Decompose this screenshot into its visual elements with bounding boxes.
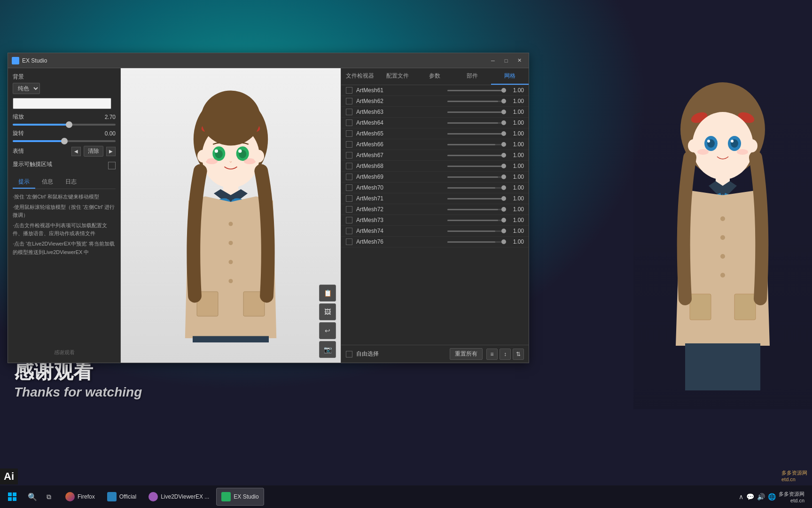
mesh-slider-thumb[interactable] [501, 120, 506, 125]
center-viewport[interactable]: 📋 🖼 ↩ 📷 [121, 68, 341, 363]
tab-config[interactable]: 配置文件 [379, 68, 416, 85]
minimize-button[interactable]: ─ [487, 56, 499, 65]
mesh-checkbox[interactable] [346, 130, 352, 137]
hint-content: ·按住 '左侧Ctrl' 和鼠标左键来移动模型 ·使用鼠标滚轮缩放模型（按住 '… [13, 193, 116, 343]
expression-prev-button[interactable]: ◀ [71, 147, 81, 156]
mesh-slider-fill [447, 122, 498, 124]
mesh-slider-thumb[interactable] [501, 196, 506, 201]
mesh-slider-thumb[interactable] [501, 218, 506, 222]
mesh-slider[interactable] [447, 133, 504, 135]
mesh-slider[interactable] [447, 122, 504, 124]
frame-button[interactable]: 🖼 [319, 303, 336, 320]
mesh-slider[interactable] [447, 187, 504, 189]
mesh-slider[interactable] [447, 166, 504, 167]
mesh-slider-fill [447, 166, 504, 167]
mesh-checkbox[interactable] [346, 217, 352, 223]
mesh-slider[interactable] [447, 241, 504, 243]
mesh-slider-thumb[interactable] [501, 99, 506, 103]
maximize-button[interactable]: □ [500, 56, 512, 65]
app-body: 背景 纯色 缩放 2.70 旋转 [8, 68, 529, 363]
color-preview[interactable] [13, 98, 111, 109]
mesh-checkbox[interactable] [346, 119, 352, 126]
taskbar-official[interactable]: Official [102, 488, 141, 506]
taskbar-taskview[interactable]: ⧉ [41, 488, 58, 506]
mesh-checkbox[interactable] [346, 206, 352, 213]
taskbar-live2d[interactable]: Live2DViewerEX ... [143, 488, 214, 506]
mesh-slider-thumb[interactable] [501, 229, 506, 233]
mesh-slider-thumb[interactable] [501, 207, 506, 212]
mesh-checkbox[interactable] [346, 238, 352, 245]
expression-clear-button[interactable]: 清除 [84, 146, 103, 157]
mesh-checkbox[interactable] [346, 98, 352, 104]
mesh-checkbox[interactable] [346, 195, 352, 202]
zoom-thumb[interactable] [66, 121, 72, 128]
mesh-slider-thumb[interactable] [501, 175, 506, 179]
tray-chat[interactable]: 💬 [746, 493, 754, 500]
viewport-background [121, 68, 341, 363]
tray-network[interactable]: 🌐 [768, 493, 776, 500]
start-button[interactable] [4, 488, 21, 505]
tab-mesh[interactable]: 网格 [491, 68, 529, 85]
mesh-slider[interactable] [447, 176, 504, 178]
mesh-checkbox[interactable] [346, 174, 352, 180]
rotation-slider[interactable] [13, 140, 116, 142]
tray-time[interactable]: 多多资源网 etd.cn [779, 491, 804, 503]
mesh-slider-thumb[interactable] [501, 239, 506, 244]
screenshot-button[interactable]: 📷 [319, 341, 336, 358]
mesh-slider[interactable] [447, 230, 504, 232]
zoom-label: 缩放 [13, 113, 24, 121]
mesh-slider[interactable] [447, 220, 504, 221]
rotation-thumb[interactable] [61, 138, 68, 144]
character-illustration [648, 73, 798, 393]
zoom-slider[interactable] [13, 124, 116, 126]
reset-view-button[interactable]: ↩ [319, 322, 336, 339]
tab-hints[interactable]: 提示 [13, 176, 35, 189]
close-button[interactable]: ✕ [514, 56, 525, 65]
mesh-slider-thumb[interactable] [501, 110, 506, 114]
mesh-checkbox[interactable] [346, 184, 352, 191]
mesh-slider[interactable] [447, 101, 504, 102]
mesh-slider-thumb[interactable] [501, 88, 506, 93]
mesh-checkbox[interactable] [346, 152, 352, 159]
mesh-value: 1.00 [508, 152, 524, 159]
tab-params[interactable]: 参数 [416, 68, 454, 85]
mesh-item: ArtMesh65 1.00 [341, 128, 529, 139]
taskbar-exstudio[interactable]: EX Studio [216, 488, 264, 506]
mesh-checkbox[interactable] [346, 228, 352, 234]
mesh-slider[interactable] [447, 90, 504, 91]
mesh-slider-thumb[interactable] [501, 131, 506, 136]
mesh-slider-thumb[interactable] [501, 164, 506, 168]
mesh-checkbox[interactable] [346, 109, 352, 115]
sort-desc-button[interactable]: ↕ [500, 349, 511, 360]
reset-all-button[interactable]: 重置所有 [450, 348, 483, 360]
title-bar: EX Studio ─ □ ✕ [8, 53, 529, 68]
mesh-slider-thumb[interactable] [501, 142, 506, 147]
mesh-slider-thumb[interactable] [501, 185, 506, 190]
mesh-slider[interactable] [447, 144, 504, 145]
mesh-slider[interactable] [447, 111, 504, 113]
rotation-section: 旋转 0.00 [13, 129, 116, 142]
tab-parts[interactable]: 部件 [453, 68, 491, 85]
expression-next-button[interactable]: ▶ [106, 147, 116, 156]
sort-asc-button[interactable]: ≡ [486, 349, 498, 360]
touch-checkbox[interactable] [108, 162, 116, 169]
tab-file-viewer[interactable]: 文件检视器 [341, 68, 379, 85]
tray-expand[interactable]: ∧ [739, 493, 743, 500]
tab-log[interactable]: 日志 [60, 176, 82, 189]
mesh-slider-thumb[interactable] [501, 153, 506, 158]
sort-filter-button[interactable]: ⇅ [513, 349, 524, 360]
free-select-checkbox[interactable] [346, 351, 352, 357]
bg-dropdown[interactable]: 纯色 [13, 83, 40, 94]
tray-volume[interactable]: 🔊 [757, 493, 765, 500]
mesh-slider[interactable] [447, 198, 504, 199]
mesh-slider[interactable] [447, 209, 504, 210]
taskbar-firefox[interactable]: Firefox [60, 488, 100, 506]
mesh-checkbox[interactable] [346, 141, 352, 148]
mesh-checkbox[interactable] [346, 87, 352, 94]
mesh-checkbox[interactable] [346, 163, 352, 169]
mesh-slider[interactable] [447, 155, 504, 156]
mesh-item: ArtMesh63 1.00 [341, 107, 529, 118]
copy-button[interactable]: 📋 [319, 285, 336, 302]
taskbar-search[interactable]: 🔍 [23, 488, 39, 506]
tab-info[interactable]: 信息 [36, 176, 59, 189]
